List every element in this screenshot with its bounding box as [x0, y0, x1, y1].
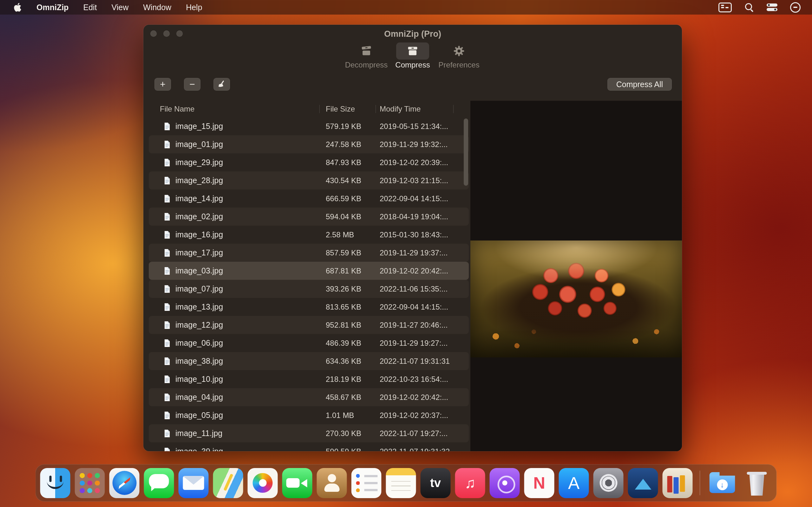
file-mtime: 2022-09-04 14:15:... [376, 194, 469, 203]
omnizip-window: OmniZip (Pro) Decompress Compress Prefer… [143, 25, 682, 451]
table-row[interactable]: image_04.jpg 458.67 KB 2019-12-02 20:42:… [149, 388, 469, 406]
dock-downloads-icon[interactable] [707, 468, 738, 498]
gear-icon [443, 43, 475, 60]
dock-trash-icon[interactable] [742, 468, 772, 498]
title-bar[interactable]: OmniZip (Pro) [143, 25, 682, 43]
table-row[interactable]: image_07.jpg 393.26 KB 2022-11-06 15:35:… [149, 280, 469, 298]
table-row[interactable]: image_39.jpg 590.59 KB 2022-11-07 19:31:… [149, 442, 469, 451]
control-center-icon[interactable] [767, 3, 777, 11]
file-name: image_13.jpg [175, 302, 223, 312]
jpg-file-icon [164, 158, 171, 167]
compress-icon [396, 43, 429, 60]
dock-settings-icon[interactable] [594, 468, 623, 498]
clear-list-button[interactable] [213, 78, 230, 91]
menu-edit[interactable]: Edit [76, 3, 104, 12]
tab-decompress[interactable]: Decompress [347, 43, 386, 73]
menu-help[interactable]: Help [179, 3, 209, 12]
remove-files-button[interactable]: − [184, 78, 200, 91]
file-size: 813.65 KB [320, 302, 376, 312]
jpg-file-icon [164, 447, 171, 452]
dock-podcasts-icon[interactable] [490, 468, 520, 498]
file-mtime: 2019-11-29 19:37:... [376, 248, 469, 257]
menu-bar-extras [718, 2, 803, 13]
dock-mail-icon[interactable] [179, 468, 209, 498]
jpg-file-icon [164, 357, 171, 365]
file-size: 270.30 KB [320, 429, 376, 438]
file-size: 393.26 KB [320, 285, 376, 293]
dock-safari-icon[interactable] [109, 468, 140, 498]
dock-finder-icon[interactable] [40, 468, 70, 498]
table-row[interactable]: image_14.jpg 666.59 KB 2022-09-04 14:15:… [149, 189, 469, 208]
jpg-file-icon [164, 267, 171, 275]
dock-facetime-icon[interactable] [282, 468, 312, 498]
file-name: image_12.jpg [175, 320, 223, 330]
table-row[interactable]: image_16.jpg 2.58 MB 2015-01-30 18:43:..… [149, 226, 469, 244]
scrollbar-thumb[interactable] [464, 118, 468, 186]
table-row[interactable]: image_05.jpg 1.01 MB 2019-12-02 20:37:..… [149, 406, 469, 424]
file-name: image_05.jpg [175, 411, 223, 420]
dock-omnizip-icon[interactable] [663, 468, 693, 498]
file-mtime: 2019-12-02 20:42:... [376, 393, 469, 402]
file-name: image_07.jpg [175, 284, 223, 293]
file-size: 847.93 KB [320, 158, 376, 167]
focus-icon[interactable] [790, 2, 801, 13]
table-row[interactable]: image_01.jpg 247.58 KB 2019-11-29 19:32:… [149, 135, 469, 153]
dock-music-icon[interactable] [455, 468, 485, 498]
dock-maps-icon[interactable] [213, 468, 243, 498]
jpg-file-icon [164, 411, 171, 419]
dock-appletv-icon[interactable] [420, 468, 451, 498]
add-files-button[interactable]: + [154, 78, 171, 91]
tab-preferences[interactable]: Preferences [440, 43, 478, 73]
dock-launchpad-icon[interactable] [75, 468, 105, 498]
dock-appstore-icon[interactable] [559, 468, 589, 498]
file-size: 458.67 KB [320, 393, 376, 402]
dock-blueapp-icon[interactable] [628, 468, 658, 498]
dock-reminders-icon[interactable] [351, 468, 382, 498]
display-icon[interactable] [718, 3, 732, 12]
table-row[interactable]: image_38.jpg 634.36 KB 2022-11-07 19:31:… [149, 352, 469, 370]
column-header-modify-time[interactable]: Modify Time [376, 101, 454, 117]
file-size: 579.19 KB [320, 122, 376, 131]
compress-all-button[interactable]: Compress All [607, 78, 672, 91]
tab-preferences-label: Preferences [438, 60, 479, 69]
table-row[interactable]: image_12.jpg 952.81 KB 2019-11-27 20:46:… [149, 316, 469, 334]
table-scrollbar[interactable] [464, 118, 468, 450]
dock-notes-icon[interactable] [386, 468, 416, 498]
table-row[interactable]: image_06.jpg 486.39 KB 2019-11-29 19:27:… [149, 334, 469, 352]
search-icon[interactable] [745, 3, 754, 12]
apple-menu-icon[interactable] [9, 3, 26, 12]
jpg-file-icon [164, 285, 171, 293]
file-mtime: 2019-12-02 20:37:... [376, 411, 469, 420]
menu-app-name[interactable]: OmniZip [29, 3, 76, 12]
file-name: image_17.jpg [175, 248, 223, 257]
dock-photos-icon[interactable] [248, 468, 278, 498]
jpg-file-icon [164, 375, 171, 383]
dock-contacts-icon[interactable] [317, 468, 347, 498]
dock-news-icon[interactable] [524, 468, 554, 498]
table-row[interactable]: image_28.jpg 430.54 KB 2019-12-03 21:15:… [149, 171, 469, 189]
table-row[interactable]: image_15.jpg 579.19 KB 2019-05-15 21:34:… [149, 117, 469, 135]
broom-icon [217, 80, 226, 89]
jpg-file-icon [164, 249, 171, 257]
table-row[interactable]: image_03.jpg 687.81 KB 2019-12-02 20:42:… [149, 262, 469, 280]
table-row[interactable]: image_17.jpg 857.59 KB 2019-11-29 19:37:… [149, 244, 469, 262]
table-row[interactable]: image_13.jpg 813.65 KB 2022-09-04 14:15:… [149, 298, 469, 316]
table-row[interactable]: image_29.jpg 847.93 KB 2019-12-02 20:39:… [149, 153, 469, 171]
file-mtime: 2022-11-07 19:31:31 [376, 357, 469, 366]
table-row[interactable]: image_02.jpg 594.04 KB 2018-04-19 19:04:… [149, 208, 469, 226]
file-mtime: 2022-11-07 19:27:... [376, 429, 469, 438]
tab-compress[interactable]: Compress [394, 43, 432, 73]
menu-window[interactable]: Window [136, 3, 179, 12]
file-mtime: 2019-12-02 20:42:... [376, 267, 469, 275]
dock-divider [700, 470, 700, 495]
tab-decompress-label: Decompress [345, 60, 388, 69]
dock-messages-icon[interactable] [144, 468, 174, 498]
file-name: image_15.jpg [175, 122, 223, 131]
file-name: image_28.jpg [175, 176, 223, 185]
column-header-file-name[interactable]: File Name [149, 101, 320, 117]
table-row[interactable]: image_11.jpg 270.30 KB 2022-11-07 19:27:… [149, 424, 469, 442]
table-row[interactable]: image_10.jpg 218.19 KB 2022-10-23 16:54:… [149, 370, 469, 388]
menu-view[interactable]: View [104, 3, 136, 12]
column-header-file-size[interactable]: File Size [320, 101, 376, 117]
menu-bar: OmniZip EditViewWindowHelp [0, 0, 812, 14]
